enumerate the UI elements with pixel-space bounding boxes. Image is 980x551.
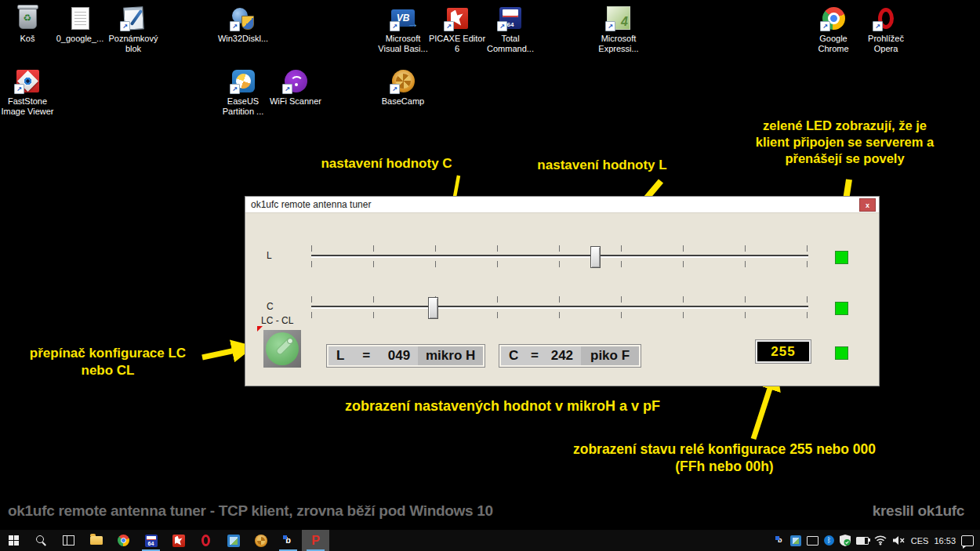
c-value: 242 [551,348,573,364]
slider-c-thumb[interactable] [428,297,438,319]
bluetooth-icon[interactable] [824,535,834,546]
desktop-icon-label: BaseCamp [382,96,424,107]
desktop-icon-label: WiFi Scanner [270,96,321,107]
taskbar: 64 b P b [0,530,980,551]
footer-credit: kreslil ok1ufc [873,502,964,520]
desktop-icon-win32diskimager[interactable]: Win32Diskl... [213,5,273,44]
taskbar-image-viewer-button[interactable] [220,530,247,551]
led-relay [835,346,848,360]
annotation-set-c: nastavení hodnoty C [269,156,504,172]
picaxe-icon [172,535,185,547]
taskbar-b-app-button[interactable]: b [274,530,302,551]
tray-b-app-icon[interactable]: b [775,536,785,546]
clock[interactable]: 16:53 [934,536,956,546]
chrome-icon [118,535,129,546]
slider-c-track[interactable] [311,306,808,309]
desktop-icon-label: Poznámkový blok [103,34,163,54]
desktop-icon-label: Koš [20,34,35,44]
slider-l-ticks-bottom [311,261,808,267]
tray-display-icon[interactable] [807,536,818,546]
start-button[interactable] [0,530,27,551]
taskbar-picaxe-button[interactable] [165,530,192,551]
shortcut-arrow-icon [230,21,240,31]
desktop-icon-faststone[interactable]: FastStone Image Viewer [0,67,57,117]
defender-shield-icon[interactable] [840,535,851,546]
switch-marker [257,326,263,332]
desktop-icon-document[interactable]: 0_google_... [50,5,110,44]
desktop-icon-opera[interactable]: Prohlížeč Opera [856,5,916,54]
switch-label: LC - CL [261,315,293,326]
desktop-icon-chrome[interactable]: Google Chrome [804,5,863,54]
c-value-display: C = 242 piko F [499,344,641,368]
taskbar-opera-button[interactable] [192,530,220,551]
slider-c-label: C [267,301,274,312]
l-symbol: L [336,348,344,364]
close-button[interactable]: x [859,198,876,212]
desktop-icon-notepad[interactable]: Poznámkový blok [103,5,163,54]
folder-icon [90,536,103,545]
c-equals: = [531,348,539,364]
desktop-icon-label: EaseUS Partition ... [213,96,273,117]
shortcut-arrow-icon [390,84,400,94]
desktop-icon-easeus[interactable]: EaseUS Partition ... [213,67,273,117]
volume-muted-icon[interactable] [892,535,906,546]
l-equals: = [362,348,370,364]
image-viewer-icon [227,535,240,547]
desktop-icon-label: PICAXE Editor 6 [427,34,487,54]
desktop-icon-basecamp[interactable]: BaseCamp [373,67,433,107]
relay-status-display: 255 [756,340,811,363]
desktop-icon-wifi-scanner[interactable]: WiFi Scanner [266,67,325,107]
taskbar-search-button[interactable] [27,530,55,551]
desktop-icon-visual-basic[interactable]: VB Microsoft Visual Basi... [373,5,433,54]
taskbar-explorer-button[interactable] [82,530,110,551]
desktop-icon-label: Prohlížeč Opera [856,34,916,54]
recycle-bin-icon [19,8,37,29]
desktop-icon-picaxe[interactable]: PICAXE Editor 6 [427,5,487,54]
task-view-icon [63,535,74,546]
system-tray: b CES 16:53 [775,530,980,551]
total-commander-icon: 64 [145,535,158,547]
lc-cl-knob[interactable] [263,330,301,371]
document-icon [71,7,89,30]
shortcut-arrow-icon [820,21,830,31]
battery-icon[interactable] [856,537,869,545]
shortcut-arrow-icon [14,84,24,94]
taskbar-basecamp-button[interactable] [247,530,274,551]
action-center-icon[interactable] [961,535,974,546]
desktop-icon-label: Total Command... [481,34,540,54]
task-view-button[interactable] [55,530,82,551]
shortcut-arrow-icon [390,21,400,31]
slider-l-ticks-top [311,245,808,252]
taskbar-total-commander-button[interactable]: 64 [137,530,165,551]
shortcut-arrow-icon [120,21,130,31]
l-value-display: L = 049 mikro H [326,344,485,368]
desktop-icon-total-commander[interactable]: 64 Total Command... [481,5,540,54]
window-titlebar[interactable]: ok1ufc remote antenna tuner x [245,197,879,213]
compass-icon [255,535,267,547]
annotation-switch: přepínač konfigurace LC nebo CL [8,345,208,379]
shortcut-arrow-icon [873,21,883,31]
led-c [835,302,848,315]
desktop-icon-recycle-bin[interactable]: Koš [0,5,57,44]
shortcut-arrow-icon [605,21,615,31]
slider-l-track[interactable] [311,255,808,258]
desktop-icon-label: Microsoft Expressi... [589,34,648,54]
taskbar-profilab-button-active[interactable]: P [302,530,329,551]
slider-c-ticks-top [311,296,808,303]
shortcut-arrow-icon [282,84,292,94]
slider-l-thumb[interactable] [590,246,601,268]
l-value: 049 [388,348,410,364]
language-indicator[interactable]: CES [911,536,929,546]
tuner-window: ok1ufc remote antenna tuner x L C LC - C… [245,196,880,386]
desktop-icon-ms-expression[interactable]: 4 Microsoft Expressi... [589,5,648,54]
wifi-icon[interactable] [874,535,887,546]
shortcut-arrow-icon [230,84,240,94]
desktop-icon-label: Microsoft Visual Basi... [373,34,433,54]
taskbar-chrome-button[interactable] [110,530,137,551]
annotation-leds: zelené LED zobrazují, že je klient připo… [733,118,956,167]
tray-photos-icon[interactable] [790,535,801,546]
led-l [835,251,848,264]
annotation-values: zobrazení nastavených hodnot v mikroH a … [275,398,730,415]
profilab-p-icon: P [311,534,320,548]
knob-icon [263,330,301,368]
